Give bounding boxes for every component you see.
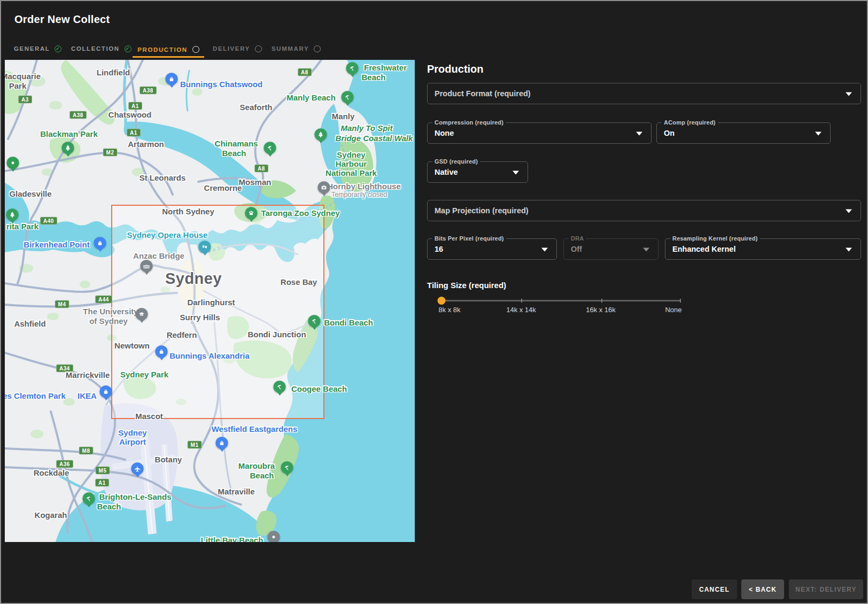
circle-icon <box>314 45 321 52</box>
bunnings-chatswood-pin[interactable] <box>166 73 178 85</box>
maroubra-beach-pin[interactable] <box>281 461 293 474</box>
chevron-down-icon <box>513 171 519 175</box>
taronga-zoo-pin[interactable] <box>245 207 258 219</box>
acomp-select[interactable]: AComp (required) On <box>656 122 831 144</box>
sydney-airport-pin[interactable] <box>131 462 144 475</box>
bag-icon <box>158 348 165 355</box>
tab-summary[interactable]: SUMMARY <box>272 43 321 55</box>
ikea-pin[interactable] <box>100 385 112 398</box>
compression-select[interactable]: Compression (required) None <box>427 122 652 144</box>
back-button[interactable]: < BACK <box>741 579 784 599</box>
park-pin[interactable] <box>6 208 19 221</box>
coogee-beach-pin[interactable] <box>274 381 286 393</box>
westfield-eastgardens-pin[interactable] <box>216 437 228 449</box>
anzac-bridge-pin[interactable] <box>141 260 153 272</box>
little-bay-beach-pin[interactable] <box>268 531 280 542</box>
acomp-value: On <box>664 129 675 137</box>
place-pin[interactable] <box>7 157 19 169</box>
tab-delivery-label: DELIVERY <box>213 45 250 52</box>
dot-icon <box>270 533 277 540</box>
map-canvas[interactable]: A3A38A38A1A1M2A8A8A40A44M4A34A36M8M5A1M1… <box>5 60 415 542</box>
map-projection-select[interactable]: Map Projection (required) <box>427 200 861 221</box>
tree-icon <box>9 211 16 218</box>
chevron-down-icon <box>846 210 852 213</box>
tab-summary-label: SUMMARY <box>272 45 309 52</box>
slider-tick <box>680 299 681 303</box>
chevron-down-icon <box>846 248 852 252</box>
page-title: Order New Collect <box>14 13 110 26</box>
check-circle-icon: ✓ <box>55 45 61 52</box>
bunnings-alexandria-pin[interactable] <box>156 345 168 358</box>
bondi-beach-pin[interactable] <box>308 315 321 327</box>
resampling-kernel-select[interactable]: Resampling Kernel (required) Enhanced Ke… <box>665 238 861 260</box>
chinamans-beach-pin[interactable] <box>264 142 276 154</box>
slider-tick <box>521 299 522 303</box>
tiling-option-14k[interactable]: 14k x 14k <box>506 306 536 314</box>
map-pins <box>5 60 415 542</box>
university-pin[interactable] <box>136 308 148 320</box>
tiling-option-8k[interactable]: 8k x 8k <box>438 306 460 314</box>
blackman-park-pin[interactable] <box>62 142 74 154</box>
hornby-lighthouse-pin[interactable] <box>318 181 330 193</box>
check-circle-icon: ✓ <box>125 45 131 52</box>
chevron-down-icon <box>846 92 852 96</box>
freshwater-beach-pin[interactable] <box>346 62 359 74</box>
chevron-down-icon <box>541 248 548 252</box>
beach-icon <box>86 495 92 502</box>
cap-icon <box>138 311 145 318</box>
circle-icon <box>192 46 199 53</box>
tab-delivery[interactable]: DELIVERY <box>213 43 262 55</box>
opera-house-pin[interactable] <box>199 241 211 253</box>
brighton-le-sands-pin[interactable] <box>83 492 95 505</box>
slider-tick <box>601 299 602 303</box>
compression-label: Compression (required) <box>432 119 506 126</box>
tiling-option-16k[interactable]: 16k x 16k <box>586 306 616 314</box>
order-new-collect-window: Order New Collect GENERAL ✓ COLLECTION ✓… <box>0 0 868 604</box>
tab-production[interactable]: PRODUCTION <box>133 43 204 58</box>
bag-icon <box>103 388 110 395</box>
tiling-size-label: Tiling Size (required) <box>427 281 506 290</box>
bits-per-pixel-value: 16 <box>435 245 443 253</box>
tab-production-label: PRODUCTION <box>137 47 187 53</box>
dot-icon <box>10 159 17 166</box>
bag-icon <box>97 239 104 246</box>
next-delivery-button[interactable]: NEXT: DELIVERY <box>789 579 863 599</box>
resampling-kernel-value: Enhanced Kernel <box>672 245 735 253</box>
chevron-down-icon <box>636 132 642 136</box>
bits-per-pixel-select[interactable]: Bits Per Pixel (required) 16 <box>427 238 557 260</box>
panel-title: Production <box>427 63 484 75</box>
chevron-down-icon <box>643 248 649 252</box>
manly-beach-pin[interactable] <box>342 91 354 103</box>
beach-icon <box>349 65 356 72</box>
beach-icon <box>284 464 291 471</box>
dra-select: DRA Off <box>563 238 658 260</box>
chevron-down-icon <box>815 132 821 136</box>
opera-icon <box>201 243 208 250</box>
bag-icon <box>168 75 175 82</box>
tiling-size-slider[interactable] <box>441 300 681 301</box>
beach-icon <box>311 318 318 324</box>
dra-value: Off <box>571 245 582 253</box>
gsd-select[interactable]: GSD (required) Native <box>427 161 528 183</box>
bits-per-pixel-label: Bits Per Pixel (required) <box>432 235 506 242</box>
tab-general[interactable]: GENERAL ✓ <box>14 43 61 55</box>
map-projection-placeholder: Map Projection (required) <box>435 206 529 215</box>
plane-icon <box>134 465 141 472</box>
product-format-select[interactable]: Product Format (required) <box>427 83 861 104</box>
gsd-value: Native <box>435 168 458 176</box>
beach-icon <box>276 383 283 390</box>
tree-icon <box>317 131 324 138</box>
tab-general-label: GENERAL <box>14 45 50 52</box>
tree-icon <box>65 144 72 151</box>
beach-icon <box>267 144 274 151</box>
paw-icon <box>248 210 255 216</box>
tab-collection[interactable]: COLLECTION ✓ <box>71 43 131 55</box>
birkenhead-point-pin[interactable] <box>94 237 106 249</box>
coastal-walk-pin[interactable] <box>315 128 327 141</box>
tiling-option-none[interactable]: None <box>665 306 681 314</box>
tiling-size-slider-thumb[interactable] <box>438 297 446 305</box>
resampling-kernel-label: Resampling Kernel (required) <box>670 235 760 242</box>
camera-icon <box>321 184 328 191</box>
dra-label: DRA <box>569 235 586 242</box>
cancel-button[interactable]: CANCEL <box>692 579 737 599</box>
